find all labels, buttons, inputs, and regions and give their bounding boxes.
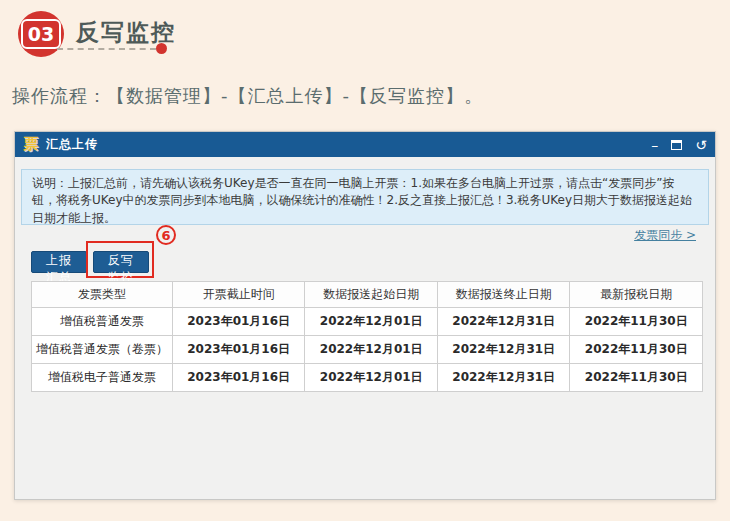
deadline-cell: 2023年01月16日	[172, 336, 305, 364]
column-header: 数据报送终止日期	[437, 282, 570, 308]
report-end-cell: 2022年12月31日	[437, 336, 570, 364]
minimize-icon[interactable]: –	[651, 138, 658, 152]
invoice-ticket-icon: 票	[23, 135, 38, 154]
latest-filing-cell: 2022年11月30日	[570, 336, 703, 364]
invoice-type-cell: 增值税普通发票（卷票）	[32, 336, 173, 364]
invoice-type-cell: 增值税普通发票	[32, 308, 173, 336]
window-body: 说明：上报汇总前，请先确认该税务UKey是否一直在同一电脑上开票：1.如果在多台…	[15, 157, 715, 499]
report-start-cell: 2022年12月01日	[305, 336, 438, 364]
table-row: 增值税普通发票 2023年01月16日 2022年12月01日 2022年12月…	[32, 308, 703, 336]
notice-box: 说明：上报汇总前，请先确认该税务UKey是否一直在同一电脑上开票：1.如果在多台…	[21, 169, 709, 225]
invoice-sync-link[interactable]: 发票同步 >	[634, 228, 696, 242]
section-number-badge: 03	[18, 11, 64, 57]
invoice-type-cell: 增值税电子普通发票	[32, 364, 173, 392]
restore-icon[interactable]	[671, 140, 682, 150]
column-header: 最新报税日期	[570, 282, 703, 308]
window-titlebar: 票 汇总上传 – ↺	[15, 132, 715, 157]
section-number: 03	[21, 19, 61, 49]
table-row: 增值税普通发票（卷票） 2023年01月16日 2022年12月01日 2022…	[32, 336, 703, 364]
column-header: 数据报送起始日期	[305, 282, 438, 308]
invoice-report-table: 发票类型 开票截止时间 数据报送起始日期 数据报送终止日期 最新报税日期 增值税…	[31, 281, 703, 392]
back-icon[interactable]: ↺	[695, 138, 707, 152]
writeback-monitor-button[interactable]: 反写监控	[93, 251, 149, 273]
annotation-highlight-box: 反写监控	[86, 241, 154, 278]
summary-upload-window: 票 汇总上传 – ↺ 说明：上报汇总前，请先确认该税务UKey是否一直在同一电脑…	[14, 131, 716, 500]
window-controls: – ↺	[651, 138, 707, 152]
window-title: 汇总上传	[46, 136, 98, 153]
operation-flow-text: 操作流程：【数据管理】-【汇总上传】-【反写监控】。	[12, 84, 483, 108]
annotation-step-number: 6	[156, 225, 176, 245]
report-end-cell: 2022年12月31日	[437, 364, 570, 392]
title-underline-dot	[156, 43, 167, 54]
table-header-row: 发票类型 开票截止时间 数据报送起始日期 数据报送终止日期 最新报税日期	[32, 282, 703, 308]
column-header: 发票类型	[32, 282, 173, 308]
table-row: 增值税电子普通发票 2023年01月16日 2022年12月01日 2022年1…	[32, 364, 703, 392]
column-header: 开票截止时间	[172, 282, 305, 308]
report-end-cell: 2022年12月31日	[437, 308, 570, 336]
title-underline	[57, 48, 156, 50]
latest-filing-cell: 2022年11月30日	[570, 364, 703, 392]
report-summary-button[interactable]: 上报汇总	[31, 251, 87, 273]
latest-filing-cell: 2022年11月30日	[570, 308, 703, 336]
report-start-cell: 2022年12月01日	[305, 308, 438, 336]
notice-text: 说明：上报汇总前，请先确认该税务UKey是否一直在同一电脑上开票：1.如果在多台…	[32, 176, 692, 225]
report-start-cell: 2022年12月01日	[305, 364, 438, 392]
deadline-cell: 2023年01月16日	[172, 364, 305, 392]
deadline-cell: 2023年01月16日	[172, 308, 305, 336]
